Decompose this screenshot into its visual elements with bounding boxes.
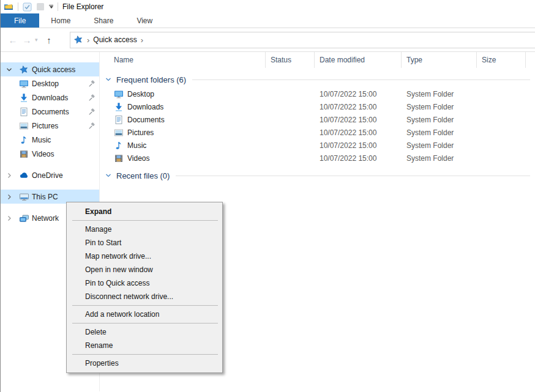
title-bar: File Explorer (1, 0, 535, 13)
titlebar-separator (18, 2, 18, 11)
file-type: System Folder (402, 141, 477, 150)
history-chevron-down-icon[interactable]: ▾ (35, 37, 41, 43)
sidebar-item-label: Music (32, 136, 84, 144)
music-icon (19, 135, 32, 145)
breadcrumb-quick-access[interactable]: Quick access (93, 35, 137, 44)
menu-item-open-in-new-window[interactable]: Open in new window (67, 263, 222, 276)
pictures-icon (19, 121, 32, 131)
context-menu: Expand Manage Pin to Start Map network d… (66, 202, 223, 373)
group-label: Recent files (0) (116, 171, 170, 180)
sidebar-item-quick-access[interactable]: Quick access (1, 62, 99, 76)
back-arrow-icon[interactable]: ← (7, 35, 19, 45)
menu-item-properties[interactable]: Properties (67, 357, 222, 370)
navigation-bar: ← → ▾ ↑ › Quick access › (1, 28, 535, 52)
customize-quick-access-toolbar-icon[interactable] (49, 5, 53, 9)
forward-arrow-icon[interactable]: → (21, 35, 33, 45)
file-name: Documents (127, 116, 165, 124)
menu-item-rename[interactable]: Rename (67, 339, 222, 352)
column-header-name[interactable]: Name (100, 52, 266, 68)
sidebar-item-downloads[interactable]: Downloads (1, 91, 99, 105)
sidebar-item-label: Quick access (32, 65, 99, 74)
menu-item-pin-to-start[interactable]: Pin to Start (67, 236, 222, 250)
column-header-date-modified[interactable]: Date modified (315, 52, 402, 68)
menu-item-pin-to-quick-access[interactable]: Pin to Quick access (67, 276, 222, 290)
quick-access-star-icon (73, 35, 83, 45)
group-divider-line (176, 176, 530, 176)
file-explorer-window: File Explorer File Home Share View ← → ▾… (0, 0, 535, 392)
chevron-right-icon[interactable] (6, 172, 19, 179)
chevron-down-icon[interactable] (105, 172, 112, 179)
sidebar-item-pictures[interactable]: Pictures (1, 119, 99, 133)
quick-access-star-icon (19, 65, 32, 75)
onedrive-icon (19, 171, 32, 180)
column-header-status[interactable]: Status (266, 52, 315, 68)
chevron-right-icon[interactable] (6, 193, 19, 201)
file-date-modified: 10/07/2022 15:00 (315, 116, 402, 124)
nav-buttons: ← → ▾ ↑ (1, 35, 70, 45)
sidebar-item-label: Desktop (32, 80, 84, 88)
menu-item-delete[interactable]: Delete (67, 325, 222, 339)
menu-item-map-network-drive[interactable]: Map network drive... (67, 250, 222, 263)
file-type: System Folder (402, 116, 477, 124)
menu-item-expand[interactable]: Expand (67, 205, 222, 218)
menu-separator (72, 305, 218, 306)
file-row-music[interactable]: Music 10/07/2022 15:00 System Folder (100, 139, 535, 152)
up-arrow-icon[interactable]: ↑ (43, 35, 55, 45)
pictures-icon (114, 128, 124, 138)
group-header-frequent-folders[interactable]: Frequent folders (6) (100, 74, 535, 85)
file-name: Pictures (127, 128, 154, 137)
file-date-modified: 10/07/2022 15:00 (315, 141, 402, 150)
documents-icon (114, 115, 124, 125)
chevron-down-icon[interactable] (105, 76, 112, 83)
file-date-modified: 10/07/2022 15:00 (315, 128, 402, 137)
titlebar-separator (58, 2, 58, 11)
sidebar-item-videos[interactable]: Videos (1, 147, 99, 161)
sidebar-item-label: This PC (32, 193, 99, 201)
desktop-icon (114, 89, 124, 99)
column-headers: Name Status Date modified Type Size (100, 52, 535, 68)
address-bar[interactable]: › Quick access › (70, 32, 535, 48)
file-row-videos[interactable]: Videos 10/07/2022 15:00 System Folder (100, 152, 535, 165)
pin-icon (84, 108, 99, 116)
group-label: Frequent folders (6) (116, 75, 186, 84)
sidebar-item-onedrive[interactable]: OneDrive (1, 168, 99, 182)
menu-item-manage[interactable]: Manage (67, 223, 222, 236)
sidebar-item-label: Documents (32, 108, 84, 116)
file-name: Videos (127, 154, 149, 163)
file-name: Downloads (127, 103, 163, 111)
file-name: Music (127, 141, 146, 150)
frequent-folders-list: Desktop 10/07/2022 15:00 System Folder (100, 87, 535, 165)
breadcrumb-chevron-icon[interactable]: › (141, 35, 143, 45)
videos-icon (114, 153, 124, 163)
file-date-modified: 10/07/2022 15:00 (315, 90, 402, 98)
chevron-down-icon[interactable] (6, 66, 19, 73)
file-name: Desktop (127, 90, 154, 98)
menu-separator (72, 354, 218, 355)
group-header-recent-files[interactable]: Recent files (0) (100, 170, 535, 181)
properties-icon[interactable] (23, 2, 32, 12)
file-row-downloads[interactable]: Downloads 10/07/2022 15:00 System Folder (100, 100, 535, 113)
downloads-icon (114, 102, 124, 112)
chevron-right-icon[interactable] (6, 215, 19, 222)
file-row-pictures[interactable]: Pictures 10/07/2022 15:00 System Folder (100, 126, 535, 139)
file-row-documents[interactable]: Documents 10/07/2022 15:00 System Folder (100, 113, 535, 126)
file-row-desktop[interactable]: Desktop 10/07/2022 15:00 System Folder (100, 87, 535, 100)
ribbon-tab-bar: File Home Share View (1, 13, 535, 28)
downloads-icon (19, 93, 32, 103)
videos-icon (19, 149, 32, 159)
tab-home[interactable]: Home (39, 13, 82, 28)
menu-item-disconnect-network-drive[interactable]: Disconnect network drive... (67, 290, 222, 303)
menu-item-add-a-network-location[interactable]: Add a network location (67, 308, 222, 321)
tab-view[interactable]: View (125, 13, 164, 28)
column-header-type[interactable]: Type (402, 52, 477, 68)
network-icon (19, 213, 32, 223)
tab-file[interactable]: File (1, 13, 39, 28)
documents-icon (19, 107, 32, 117)
new-folder-icon[interactable] (36, 2, 45, 11)
tab-share[interactable]: Share (82, 13, 125, 28)
breadcrumb-chevron-icon[interactable]: › (87, 35, 89, 45)
sidebar-item-documents[interactable]: Documents (1, 105, 99, 119)
sidebar-item-desktop[interactable]: Desktop (1, 76, 99, 91)
sidebar-item-music[interactable]: Music (1, 133, 99, 147)
column-header-size[interactable]: Size (477, 52, 526, 68)
